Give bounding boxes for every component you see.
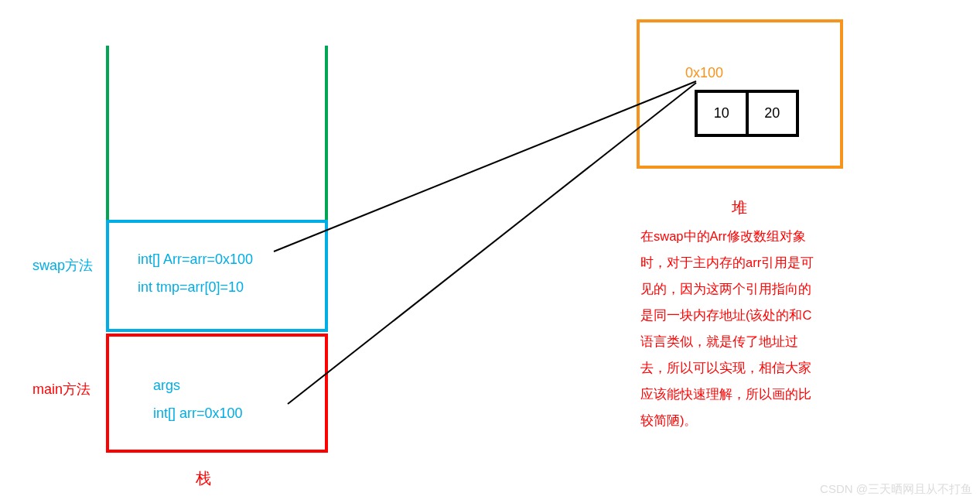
watermark: CSDN @三天晒网且从不打鱼 [820, 482, 972, 497]
array-cell-0: 10 [698, 93, 746, 134]
stack-wall-left [106, 46, 109, 221]
svg-line-0 [274, 81, 696, 252]
main-frame-content: args int[] arr=0x100 [153, 371, 243, 427]
array-cell-1: 20 [749, 93, 797, 134]
swap-line2: int tmp=arr[0]=10 [138, 273, 253, 301]
swap-frame-content: int[] Arr=arr=0x100 int tmp=arr[0]=10 [138, 245, 253, 301]
explanation-text: 在swap中的Arr修改数组对象时，对于主内存的arr引用是可见的，因为这两个引… [640, 223, 820, 433]
swap-line1: int[] Arr=arr=0x100 [138, 245, 253, 273]
main-label: main方法 [32, 380, 90, 399]
svg-line-1 [288, 83, 696, 404]
heap-title: 堆 [732, 197, 747, 218]
swap-label: swap方法 [32, 256, 93, 275]
heap-address: 0x100 [685, 65, 723, 81]
stack-wall-right [325, 46, 328, 221]
main-line1: args [153, 371, 243, 399]
heap-array: 10 20 [695, 90, 799, 137]
main-line2: int[] arr=0x100 [153, 399, 243, 427]
stack-title: 栈 [196, 468, 211, 489]
